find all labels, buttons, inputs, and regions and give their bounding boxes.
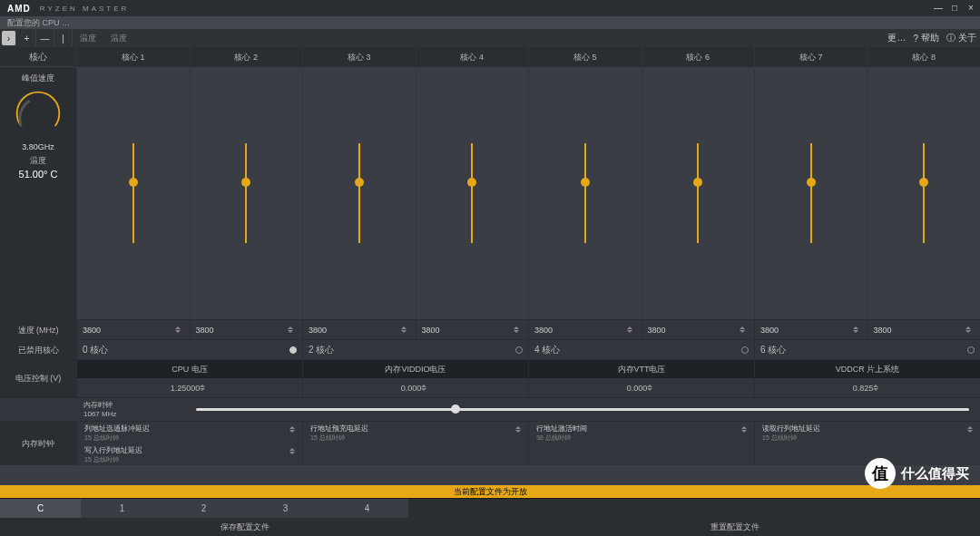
more-button[interactable]: 更… <box>887 32 906 44</box>
radio-icon[interactable] <box>289 346 297 354</box>
stepper[interactable] <box>741 426 750 433</box>
slider-thumb-icon[interactable] <box>451 404 460 414</box>
chevron-up-icon[interactable] <box>175 326 181 329</box>
toolbar-tab-1[interactable]: 温度 <box>73 33 103 44</box>
slider-thumb-icon[interactable] <box>807 178 816 187</box>
stepper[interactable] <box>200 385 209 391</box>
chevron-down-icon[interactable] <box>853 330 858 333</box>
core-speed-slider[interactable] <box>416 67 529 319</box>
speed-input[interactable]: 3800 <box>528 320 642 339</box>
voltage-input[interactable]: 0.000 <box>302 378 528 397</box>
core-speed-slider[interactable] <box>77 67 190 319</box>
maximize-button[interactable]: □ <box>949 2 960 13</box>
stepper[interactable] <box>967 426 976 433</box>
core-speed-slider[interactable] <box>529 67 642 319</box>
chevron-down-icon[interactable] <box>740 330 745 333</box>
help-button[interactable]: ? 帮助 <box>913 32 939 44</box>
stepper[interactable] <box>627 326 636 333</box>
slider-thumb-icon[interactable] <box>467 178 476 187</box>
speed-input[interactable]: 3800 <box>754 320 867 339</box>
chevron-up-icon[interactable] <box>514 326 519 329</box>
chevron-up-icon[interactable] <box>289 426 295 429</box>
close-button[interactable]: × <box>965 2 976 13</box>
chevron-up-icon[interactable] <box>515 426 521 429</box>
timing-input[interactable]: 读取行列地址延迟 15 总线时钟 <box>754 422 980 443</box>
chevron-up-icon[interactable] <box>421 385 426 387</box>
chevron-down-icon[interactable] <box>965 330 971 333</box>
slider-thumb-icon[interactable] <box>919 178 928 187</box>
speed-input[interactable]: 3800 <box>867 320 981 339</box>
stepper[interactable] <box>289 448 299 454</box>
speed-input[interactable]: 3800 <box>642 320 755 339</box>
disabled-cores-option[interactable]: 6 核心 <box>754 340 980 359</box>
stepper[interactable] <box>421 385 430 391</box>
chevron-down-icon[interactable] <box>627 330 632 333</box>
chevron-down-icon[interactable] <box>401 330 407 333</box>
slider-thumb-icon[interactable] <box>241 178 250 187</box>
core-speed-slider[interactable] <box>191 67 303 319</box>
radio-icon[interactable] <box>741 346 749 354</box>
expand-button[interactable]: › <box>2 31 16 45</box>
chevron-up-icon[interactable] <box>200 385 205 387</box>
profile-tab[interactable]: 3 <box>245 499 327 518</box>
voltage-input[interactable]: 0.825 <box>754 378 980 397</box>
core-speed-slider[interactable] <box>755 67 867 319</box>
core-speed-slider[interactable] <box>303 67 416 319</box>
stepper[interactable] <box>288 326 297 333</box>
memory-clock-slider[interactable] <box>196 408 969 411</box>
chevron-up-icon[interactable] <box>289 448 295 451</box>
chevron-up-icon[interactable] <box>965 326 971 329</box>
chevron-down-icon[interactable] <box>289 452 295 454</box>
stepper[interactable] <box>965 326 975 333</box>
stepper[interactable] <box>175 326 184 333</box>
chevron-up-icon[interactable] <box>741 426 747 429</box>
profile-tab[interactable]: C <box>0 499 82 518</box>
chevron-down-icon[interactable] <box>288 330 293 333</box>
chevron-up-icon[interactable] <box>853 326 858 329</box>
slider-thumb-icon[interactable] <box>581 178 590 187</box>
stepper[interactable] <box>873 385 882 391</box>
timing-input[interactable]: 行地址预充电延迟 15 总线时钟 <box>302 422 528 443</box>
radio-icon[interactable] <box>967 346 975 354</box>
reset-profile-button[interactable]: 重置配置文件 <box>490 518 980 536</box>
minimize-button[interactable]: — <box>933 2 944 13</box>
speed-input[interactable]: 3800 <box>416 320 529 339</box>
stepper[interactable] <box>853 326 862 333</box>
chevron-up-icon[interactable] <box>647 385 652 387</box>
stepper[interactable] <box>401 326 410 333</box>
profile-tab[interactable]: 4 <box>327 499 408 518</box>
about-button[interactable]: ⓘ 关于 <box>946 32 976 44</box>
radio-icon[interactable] <box>515 346 523 354</box>
chevron-up-icon[interactable] <box>873 385 878 387</box>
core-speed-slider[interactable] <box>642 67 755 319</box>
chevron-down-icon[interactable] <box>421 388 426 391</box>
disabled-cores-option[interactable]: 2 核心 <box>302 340 528 359</box>
chevron-down-icon[interactable] <box>515 430 521 433</box>
voltage-input[interactable]: 0.000 <box>528 378 754 397</box>
timing-input[interactable]: 写入行列地址延迟 15 总线时钟 <box>76 443 302 465</box>
toolbar-tab-2[interactable]: 温度 <box>103 33 134 44</box>
slider-thumb-icon[interactable] <box>355 178 364 187</box>
save-profile-button[interactable]: 保存配置文件 <box>0 518 490 536</box>
chevron-down-icon[interactable] <box>873 388 878 391</box>
chevron-down-icon[interactable] <box>200 388 205 391</box>
stepper[interactable] <box>515 426 524 433</box>
chevron-down-icon[interactable] <box>967 430 973 433</box>
chevron-down-icon[interactable] <box>647 388 652 391</box>
remove-button[interactable]: — <box>36 29 54 47</box>
chevron-down-icon[interactable] <box>741 430 747 433</box>
stepper[interactable] <box>647 385 656 391</box>
chevron-up-icon[interactable] <box>288 326 293 329</box>
timing-input[interactable]: 行地址激活时间 36 总线时钟 <box>528 422 754 443</box>
slider-thumb-icon[interactable] <box>129 178 138 187</box>
disabled-cores-option[interactable]: 4 核心 <box>528 340 754 359</box>
speed-input[interactable]: 3800 <box>76 320 190 339</box>
chevron-down-icon[interactable] <box>289 430 295 433</box>
slider-thumb-icon[interactable] <box>693 178 702 187</box>
stepper[interactable] <box>514 326 523 333</box>
chevron-up-icon[interactable] <box>401 326 407 329</box>
chevron-down-icon[interactable] <box>514 330 519 333</box>
add-button[interactable]: + <box>18 29 36 47</box>
chevron-up-icon[interactable] <box>967 426 973 429</box>
chevron-down-icon[interactable] <box>175 330 181 333</box>
